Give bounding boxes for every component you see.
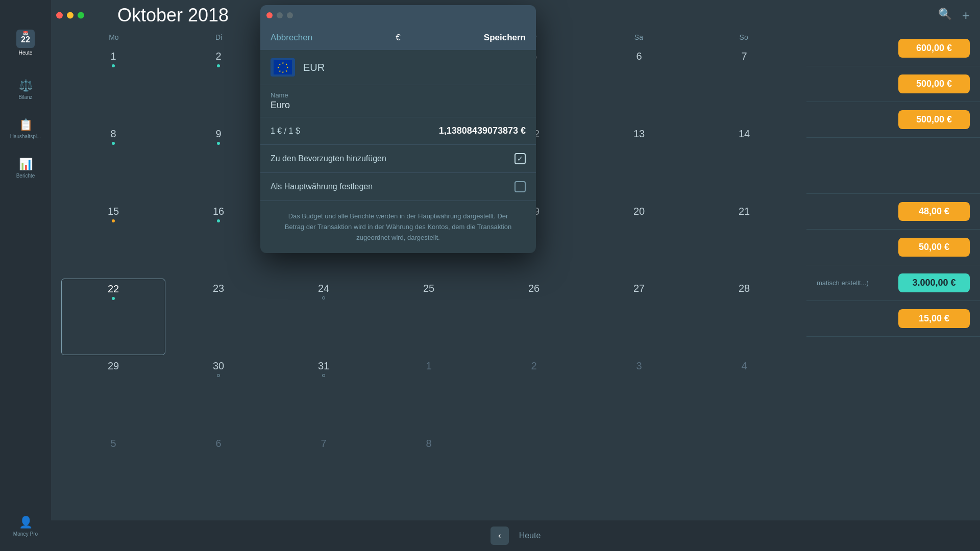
sidebar-item-haushalt[interactable]: 📋 Haushaltspl... — [5, 114, 46, 143]
maximize-button[interactable] — [78, 12, 84, 19]
cal-day-nov-7[interactable]: 7 — [272, 434, 376, 510]
cal-day-9[interactable]: 9 — [166, 124, 271, 201]
cal-day-nov-6[interactable]: 6 — [166, 434, 271, 510]
currency-flag: ★ ★ ★ ★ ★ ★ ★ ★ — [271, 58, 295, 77]
cal-day-14[interactable]: 14 — [692, 124, 796, 201]
name-section: Name Euro — [260, 85, 536, 117]
sidebar-item-money-pro[interactable]: 👤 Money Pro — [5, 512, 46, 541]
page-title: Oktober 2018 — [117, 5, 229, 26]
cal-day-24[interactable]: 24 — [272, 279, 376, 355]
amount-row-1: 600,00 € — [806, 31, 980, 66]
currency-code: EUR — [303, 62, 325, 73]
modal-minimize-button[interactable] — [277, 12, 283, 18]
main-currency-row: Als Hauptwährung festlegen — [260, 173, 536, 201]
name-label: Name — [271, 91, 526, 99]
cal-day-1[interactable]: 1 — [61, 46, 165, 123]
cal-day-30[interactable]: 30 — [166, 356, 271, 433]
cal-day-28[interactable]: 28 — [692, 279, 796, 355]
cal-day-nov-4[interactable]: 4 — [692, 356, 796, 433]
modal-header: Abbrechen € Speichern — [260, 26, 536, 50]
haushalt-icon: 📋 — [19, 118, 33, 132]
amount-row-unterhaltung: 15,00 € — [806, 301, 980, 337]
amount-row-6: 50,00 € — [806, 230, 980, 265]
cal-day-25[interactable]: 25 — [377, 279, 481, 355]
sidebar-item-berichte[interactable]: 📊 Berichte — [5, 154, 46, 183]
cal-day-nov-2[interactable]: 2 — [482, 356, 586, 433]
currency-modal: Abbrechen € Speichern ★ ★ ★ ★ ★ ★ ★ ★ — [260, 5, 536, 253]
modal-close-button[interactable] — [266, 12, 273, 18]
amount-badge-4[interactable]: 48,00 € — [898, 202, 970, 221]
day-di: Di — [166, 31, 272, 44]
exchange-label: 1 € / 1 $ — [271, 127, 300, 136]
amount-badge-teal[interactable]: 3.000,00 € — [898, 273, 970, 292]
today-button[interactable]: Heute — [519, 531, 541, 540]
favorite-label: Zu den Bevorzugten hinzufügen — [271, 154, 386, 163]
cal-day-nov-1[interactable]: 1 — [377, 356, 481, 433]
search-icon[interactable]: 🔍 — [938, 8, 952, 23]
amount-row-2: 500,00 € — [806, 66, 980, 102]
header-actions: 🔍 + — [938, 8, 970, 23]
cal-day-7[interactable]: 7 — [692, 46, 796, 123]
modal-maximize-button[interactable] — [287, 12, 293, 18]
info-text: Das Budget und alle Berichte werden in d… — [285, 212, 511, 241]
amount-badge-1[interactable]: 600,00 € — [898, 39, 970, 58]
minimize-button[interactable] — [67, 12, 74, 19]
add-icon[interactable]: + — [962, 8, 970, 23]
auto-label: matisch erstellt...) — [817, 279, 869, 287]
cal-day-23[interactable]: 23 — [166, 279, 271, 355]
cal-day-8[interactable]: 8 — [61, 124, 165, 201]
favorite-checkbox[interactable] — [514, 153, 526, 164]
cal-day-2[interactable]: 2 — [166, 46, 271, 123]
day-mo: Mo — [61, 31, 166, 44]
cal-day-29[interactable]: 29 — [61, 356, 165, 433]
cal-day-nov-11[interactable] — [692, 434, 796, 510]
prev-button[interactable]: ‹ — [491, 527, 509, 545]
day-so: So — [691, 31, 796, 44]
cal-day-15[interactable]: 15 — [61, 202, 165, 278]
amount-row-auto: matisch erstellt...) 3.000,00 € — [806, 265, 980, 301]
amount-badge-7[interactable]: 15,00 € — [898, 309, 970, 328]
cal-day-6[interactable]: 6 — [587, 46, 691, 123]
cancel-button[interactable]: Abbrechen — [271, 33, 312, 43]
modal-currency-symbol: € — [396, 33, 400, 43]
amount-badge-3[interactable]: 500,00 € — [898, 110, 970, 129]
close-button[interactable] — [56, 12, 63, 19]
name-value[interactable]: Euro — [271, 100, 290, 110]
amount-row-3: 500,00 € — [806, 102, 980, 138]
cal-day-26[interactable]: 26 — [482, 279, 586, 355]
cal-day-22[interactable]: 22 — [61, 279, 165, 355]
cal-day-nov-3[interactable]: 3 — [587, 356, 691, 433]
currency-row: ★ ★ ★ ★ ★ ★ ★ ★ EUR — [260, 50, 536, 85]
user-icon: 👤 — [19, 516, 33, 529]
modal-info: Das Budget und alle Berichte werden in d… — [260, 201, 536, 253]
cal-day-31[interactable]: 31 — [272, 356, 376, 433]
cal-day-nov-10[interactable] — [587, 434, 691, 510]
bilanz-icon: ⚖️ — [19, 79, 33, 92]
cal-day-nov-5[interactable]: 5 — [61, 434, 165, 510]
cal-day-nov-8[interactable]: 8 — [377, 434, 481, 510]
day-sa: Sa — [586, 31, 692, 44]
amount-row-5: 48,00 € — [806, 194, 980, 230]
sidebar: 📅 22 Heute ⚖️ Bilanz 📋 Haushaltspl... 📊 … — [0, 0, 51, 551]
sidebar-item-heute[interactable]: 📅 22 Heute — [5, 26, 46, 60]
main-currency-checkbox[interactable] — [514, 181, 526, 192]
bottom-nav: ‹ Heute — [51, 520, 980, 551]
amounts-panel: 600,00 € 500,00 € 500,00 € 48,00 € 50,00… — [806, 31, 980, 520]
sidebar-item-bilanz[interactable]: ⚖️ Bilanz — [5, 75, 46, 104]
cal-day-nov-9[interactable] — [482, 434, 586, 510]
cal-day-16[interactable]: 16 — [166, 202, 271, 278]
amount-row-4 — [806, 138, 980, 194]
cal-day-27[interactable]: 27 — [587, 279, 691, 355]
favorite-row: Zu den Bevorzugten hinzufügen — [260, 145, 536, 173]
cal-day-13[interactable]: 13 — [587, 124, 691, 201]
amount-badge-5[interactable]: 50,00 € — [898, 238, 970, 257]
cal-day-20[interactable]: 20 — [587, 202, 691, 278]
save-button[interactable]: Speichern — [484, 33, 526, 43]
exchange-row: 1 € / 1 $ 1,13808439073873 € — [260, 117, 536, 145]
cal-day-21[interactable]: 21 — [692, 202, 796, 278]
main-currency-label: Als Hauptwährung festlegen — [271, 182, 373, 191]
amount-badge-2[interactable]: 500,00 € — [898, 74, 970, 93]
calendar-icon: 📅 22 — [16, 30, 35, 48]
window-controls — [56, 12, 84, 19]
berichte-icon: 📊 — [19, 158, 33, 171]
